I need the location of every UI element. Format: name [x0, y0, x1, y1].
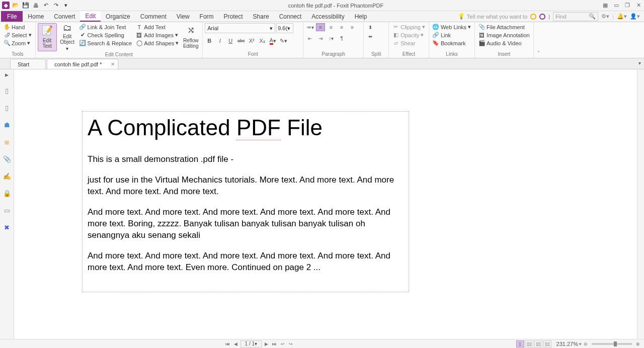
- bullets-button[interactable]: ≔▾: [305, 23, 314, 31]
- zoom-out-button[interactable]: ⊖: [583, 341, 589, 346]
- doc-tab-current[interactable]: contoh file pdf.pdf * ✕: [47, 59, 118, 69]
- tags-panel-icon[interactable]: ✖: [3, 223, 11, 231]
- status-circle-purple-icon[interactable]: [539, 14, 545, 20]
- select-tool-button[interactable]: ⮰Select ▾: [2, 31, 33, 39]
- add-images-button[interactable]: 🖼Add Images ▾: [134, 31, 180, 39]
- font-size-select[interactable]: 9.6(▾: [276, 23, 293, 33]
- line-spacing-button[interactable]: ↕▾: [327, 34, 336, 42]
- web-links-button[interactable]: 🌐Web Links ▾: [431, 23, 472, 31]
- tabs-expand-icon[interactable]: ▾: [638, 60, 641, 66]
- print-icon[interactable]: 🖶: [32, 2, 40, 10]
- open-icon[interactable]: 📂: [12, 2, 20, 10]
- page-indicator[interactable]: 1 / 1 ▾: [240, 340, 262, 347]
- align-left-button[interactable]: ≡: [316, 23, 325, 31]
- attachments-panel-icon[interactable]: 📎: [3, 155, 11, 163]
- strikethrough-button[interactable]: abc: [236, 36, 246, 45]
- signatures-panel-icon[interactable]: ✍: [3, 172, 11, 180]
- file-tab[interactable]: File: [1, 11, 23, 22]
- tab-accessibility[interactable]: Accessibility: [306, 11, 349, 22]
- link-join-text-button[interactable]: 🔗Link & Join Text: [78, 23, 134, 31]
- align-right-button[interactable]: ≡: [337, 23, 346, 31]
- close-icon[interactable]: ✕: [635, 2, 642, 9]
- save-icon[interactable]: 💾: [22, 2, 30, 10]
- file-attachment-button[interactable]: 📎File Attachment: [477, 23, 531, 31]
- tab-edit[interactable]: Edit: [80, 11, 101, 22]
- tab-form[interactable]: Form: [195, 11, 219, 22]
- document-paragraph[interactable]: just for use in the Virtual Mechanics tu…: [88, 175, 404, 198]
- document-heading[interactable]: A Complicated PDF File: [88, 116, 404, 140]
- user-icon[interactable]: 👤▾: [630, 13, 640, 20]
- indent-increase-button[interactable]: ⇥: [316, 34, 325, 42]
- facing-view-button[interactable]: ▯▯: [534, 340, 542, 347]
- align-center-button[interactable]: ≡: [327, 23, 336, 31]
- subscript-button[interactable]: X₂: [258, 36, 267, 45]
- ribbon-options-icon[interactable]: ▦: [602, 2, 609, 9]
- tell-me-search[interactable]: 💡 Tell me what you want to: [458, 13, 527, 20]
- undo-icon[interactable]: ↶: [42, 2, 50, 10]
- security-panel-icon[interactable]: 🔒: [3, 189, 11, 197]
- single-page-view-button[interactable]: ▯: [516, 340, 524, 347]
- sidebar-expand-icon[interactable]: ▶: [5, 72, 9, 77]
- link-button[interactable]: 🔗Link: [431, 31, 472, 39]
- redo-icon[interactable]: ↷: [52, 2, 60, 10]
- shear-button[interactable]: ▱Shear: [391, 39, 427, 47]
- search-replace-button[interactable]: 🔄Search & Replace: [78, 39, 134, 47]
- continuous-facing-view-button[interactable]: ▯▯: [543, 340, 551, 347]
- tab-home[interactable]: Home: [23, 11, 49, 22]
- app-icon[interactable]: ◆: [2, 2, 10, 9]
- zoom-tool-button[interactable]: 🔍Zoom ▾: [2, 39, 33, 47]
- zoom-dropdown-icon[interactable]: ▾: [578, 341, 583, 346]
- edit-text-button[interactable]: 📝Edit Text: [38, 23, 57, 51]
- document-paragraph[interactable]: This is a small demonstration .pdf file …: [88, 154, 404, 165]
- bookmarks-panel-icon[interactable]: ▯: [3, 104, 11, 112]
- minimize-icon[interactable]: ▭: [613, 2, 620, 9]
- document-paragraph[interactable]: And more text. And more text. And more t…: [88, 250, 404, 274]
- indent-decrease-button[interactable]: ⇤: [305, 34, 314, 42]
- articles-panel-icon[interactable]: ▭: [3, 206, 11, 214]
- doc-tab-start[interactable]: Start: [10, 59, 46, 69]
- align-justify-button[interactable]: ≡: [348, 23, 357, 31]
- edit-object-button[interactable]: 🗂Edit Object▾: [58, 23, 77, 51]
- highlight-button[interactable]: ✎▾: [279, 36, 288, 45]
- hand-tool-button[interactable]: ✋Hand: [2, 23, 33, 31]
- reflow-editing-button[interactable]: ⤭Reflow Editing: [181, 23, 200, 51]
- italic-button[interactable]: I: [215, 36, 224, 45]
- image-annotation-button[interactable]: 🖼Image Annotation: [477, 31, 531, 39]
- zoom-in-button[interactable]: ⊕: [635, 341, 641, 346]
- qat-more-icon[interactable]: ▾: [62, 2, 70, 10]
- page-back-button[interactable]: ↩: [280, 341, 286, 346]
- layers-panel-icon[interactable]: ≣: [3, 138, 11, 146]
- comments-panel-icon[interactable]: ☗: [3, 121, 11, 129]
- add-text-button[interactable]: TAdd Text: [134, 23, 180, 31]
- ribbon-collapse-button[interactable]: ˄: [534, 22, 544, 58]
- font-name-select[interactable]: Arial▾: [205, 23, 275, 33]
- text-edit-frame[interactable]: A Complicated PDF File This is a small d…: [82, 111, 409, 292]
- tab-help[interactable]: Help: [350, 11, 372, 22]
- prev-page-button[interactable]: ◀: [233, 341, 238, 346]
- continuous-view-button[interactable]: ▯▯: [525, 340, 533, 347]
- find-input[interactable]: Find 🔍: [553, 12, 598, 21]
- bold-button[interactable]: B: [205, 36, 214, 45]
- font-color-button[interactable]: A▾: [268, 36, 277, 45]
- underline-button[interactable]: U: [226, 36, 235, 45]
- tab-convert[interactable]: Convert: [49, 11, 80, 22]
- next-page-button[interactable]: ▶: [264, 341, 269, 346]
- paragraph-spacing-button[interactable]: ¶: [337, 34, 346, 42]
- bookmark-button[interactable]: 🔖Bookmark: [431, 39, 472, 47]
- find-options-icon[interactable]: ⚙▾: [601, 13, 609, 20]
- tab-comment[interactable]: Comment: [135, 11, 172, 22]
- tab-view[interactable]: View: [172, 11, 195, 22]
- status-circle-yellow-icon[interactable]: [530, 14, 536, 20]
- page-canvas[interactable]: A Complicated PDF File This is a small d…: [14, 69, 644, 339]
- last-page-button[interactable]: ⏭: [271, 341, 278, 346]
- vertical-scrollbar[interactable]: [637, 69, 644, 339]
- tab-share[interactable]: Share: [248, 11, 274, 22]
- split-horizontal-button[interactable]: ⬍: [366, 23, 375, 31]
- check-spelling-button[interactable]: ✔Check Spelling: [78, 31, 134, 39]
- audio-video-button[interactable]: 🎬Audio & Video: [477, 39, 531, 47]
- page-forward-button[interactable]: ↪: [288, 341, 294, 346]
- tab-connect[interactable]: Connect: [274, 11, 307, 22]
- pages-panel-icon[interactable]: ▯: [3, 86, 11, 95]
- tab-organize[interactable]: Organize: [101, 11, 135, 22]
- first-page-button[interactable]: ⏮: [224, 341, 231, 346]
